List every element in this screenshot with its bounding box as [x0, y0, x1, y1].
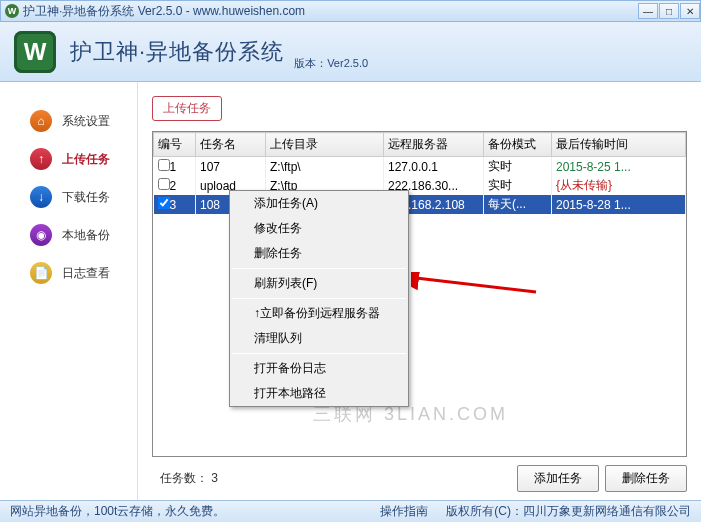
close-button[interactable]: ✕: [680, 3, 700, 19]
sidebar-item-label: 本地备份: [62, 227, 110, 244]
col-time[interactable]: 最后传输时间: [552, 133, 686, 157]
col-dir[interactable]: 上传目录: [266, 133, 384, 157]
cell-mode: 实时: [484, 157, 552, 177]
col-server[interactable]: 远程服务器: [384, 133, 484, 157]
task-table: 编号 任务名 上传目录 远程服务器 备份模式 最后传输时间 1107Z:\ftp…: [152, 131, 687, 457]
table-header-row: 编号 任务名 上传目录 远程服务器 备份模式 最后传输时间: [154, 133, 686, 157]
app-header: W 护卫神·异地备份系统 版本：Ver2.5.0: [0, 22, 701, 82]
log-icon: 📄: [30, 262, 52, 284]
row-checkbox[interactable]: [158, 159, 170, 171]
minimize-button[interactable]: —: [638, 3, 658, 19]
sidebar-item-download[interactable]: ↓ 下载任务: [0, 178, 137, 216]
sidebar-item-label: 上传任务: [62, 151, 110, 168]
add-task-button[interactable]: 添加任务: [517, 465, 599, 492]
cell-dir: Z:\ftp\: [266, 157, 384, 177]
sidebar-item-log[interactable]: 📄 日志查看: [0, 254, 137, 292]
table-row[interactable]: 1107Z:\ftp\127.0.0.1实时2015-8-25 1...: [154, 157, 686, 177]
menu-item[interactable]: 添加任务(A): [230, 191, 408, 216]
cell-mode: 实时: [484, 176, 552, 195]
sidebar-item-label: 下载任务: [62, 189, 110, 206]
svg-line-1: [416, 278, 536, 292]
titlebar-text: 护卫神·异地备份系统 Ver2.5.0 - www.huweishen.com: [23, 3, 637, 20]
content-area: 上传任务 编号 任务名 上传目录 远程服务器 备份模式 最后传输时间 1107Z…: [138, 82, 701, 500]
download-icon: ↓: [30, 186, 52, 208]
arrow-annotation: [411, 272, 541, 302]
col-id[interactable]: 编号: [154, 133, 196, 157]
context-menu: 添加任务(A)修改任务删除任务刷新列表(F)↑立即备份到远程服务器清理队列打开备…: [229, 190, 409, 407]
cell-name: 107: [196, 157, 266, 177]
menu-item[interactable]: 打开备份日志: [230, 356, 408, 381]
menu-item[interactable]: 清理队列: [230, 326, 408, 351]
upload-icon: ↑: [30, 148, 52, 170]
sidebar-item-label: 日志查看: [62, 265, 110, 282]
delete-task-button[interactable]: 删除任务: [605, 465, 687, 492]
titlebar: W 护卫神·异地备份系统 Ver2.5.0 - www.huweishen.co…: [0, 0, 701, 22]
sidebar-item-upload[interactable]: ↑ 上传任务: [0, 140, 137, 178]
logo-icon: W: [14, 31, 56, 73]
cell-time: 2015-8-25 1...: [552, 157, 686, 177]
cell-time: 2015-8-28 1...: [552, 195, 686, 214]
app-icon: W: [5, 4, 19, 18]
bottom-bar: 任务数： 3 添加任务 删除任务: [152, 457, 687, 492]
task-count: 任务数： 3: [152, 470, 511, 487]
house-icon: ⌂: [30, 110, 52, 132]
menu-item[interactable]: 修改任务: [230, 216, 408, 241]
sidebar: ⌂ 系统设置 ↑ 上传任务 ↓ 下载任务 ◉ 本地备份 📄 日志查看: [0, 82, 138, 500]
footer-guide[interactable]: 操作指南: [380, 503, 428, 520]
menu-separator: [232, 298, 406, 299]
menu-item[interactable]: ↑立即备份到远程服务器: [230, 301, 408, 326]
col-mode[interactable]: 备份模式: [484, 133, 552, 157]
cell-time: {从未传输}: [552, 176, 686, 195]
app-version: 版本：Ver2.5.0: [294, 56, 368, 71]
menu-separator: [232, 268, 406, 269]
sidebar-item-label: 系统设置: [62, 113, 110, 130]
disk-icon: ◉: [30, 224, 52, 246]
menu-separator: [232, 353, 406, 354]
cell-mode: 每天(...: [484, 195, 552, 214]
status-bar: 网站异地备份，100t云存储，永久免费。 操作指南 版权所有(C)：四川万象更新…: [0, 500, 701, 522]
footer-left: 网站异地备份，100t云存储，永久免费。: [10, 503, 380, 520]
cell-server: 127.0.0.1: [384, 157, 484, 177]
menu-item[interactable]: 删除任务: [230, 241, 408, 266]
app-title: 护卫神·异地备份系统: [70, 37, 284, 67]
maximize-button[interactable]: □: [659, 3, 679, 19]
menu-item[interactable]: 刷新列表(F): [230, 271, 408, 296]
row-checkbox[interactable]: [158, 178, 170, 190]
upload-task-button[interactable]: 上传任务: [152, 96, 222, 121]
sidebar-item-settings[interactable]: ⌂ 系统设置: [0, 102, 137, 140]
col-name[interactable]: 任务名: [196, 133, 266, 157]
row-checkbox[interactable]: [158, 197, 170, 209]
sidebar-item-local[interactable]: ◉ 本地备份: [0, 216, 137, 254]
footer-copyright: 版权所有(C)：四川万象更新网络通信有限公司: [446, 503, 691, 520]
menu-item[interactable]: 打开本地路径: [230, 381, 408, 406]
